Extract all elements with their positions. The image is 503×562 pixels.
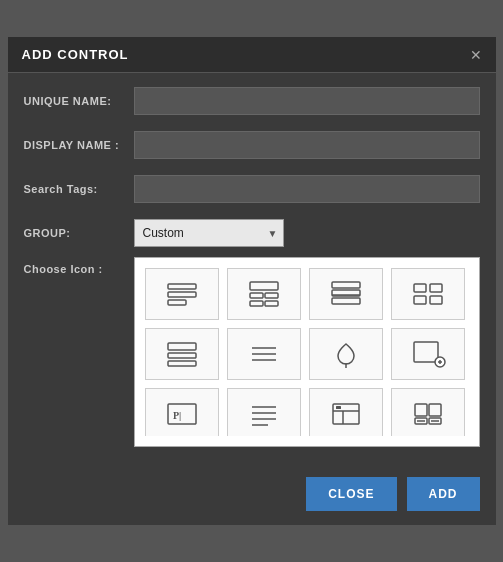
icon-cell-5[interactable] <box>145 328 219 380</box>
icon-cell-1[interactable] <box>145 268 219 320</box>
svg-rect-15 <box>430 296 442 304</box>
display-name-label: DISPLAY NAME : <box>24 139 134 151</box>
svg-rect-3 <box>250 282 278 290</box>
svg-rect-36 <box>336 406 341 409</box>
group-select[interactable]: Custom Default System <box>134 219 284 247</box>
dialog-body: UNIQUE NAME: DISPLAY NAME : Search Tags:… <box>8 73 496 467</box>
svg-rect-16 <box>168 343 196 350</box>
svg-rect-0 <box>168 284 196 289</box>
svg-rect-37 <box>415 404 427 416</box>
icon-grid-container: P| <box>134 257 480 447</box>
svg-rect-14 <box>414 296 426 304</box>
add-control-dialog: ADD CONTROL ✕ UNIQUE NAME: DISPLAY NAME … <box>7 36 497 526</box>
icon-cell-4[interactable] <box>391 268 465 320</box>
svg-rect-6 <box>250 301 263 306</box>
svg-rect-23 <box>414 342 438 362</box>
svg-rect-7 <box>265 301 278 306</box>
svg-rect-8 <box>332 282 360 288</box>
choose-icon-label: Choose Icon : <box>24 257 134 275</box>
svg-text:P|: P| <box>173 410 181 421</box>
unique-name-label: UNIQUE NAME: <box>24 95 134 107</box>
group-label: GROUP: <box>24 227 134 239</box>
display-name-row: DISPLAY NAME : <box>24 131 480 159</box>
svg-rect-2 <box>168 300 186 305</box>
svg-rect-17 <box>168 353 196 358</box>
icon-cell-10[interactable] <box>227 388 301 436</box>
search-tags-input[interactable] <box>134 175 480 203</box>
svg-rect-13 <box>430 284 442 292</box>
svg-rect-10 <box>332 298 360 304</box>
search-tags-row: Search Tags: <box>24 175 480 203</box>
group-select-wrapper: Custom Default System ▼ <box>134 219 284 247</box>
icon-cell-7[interactable] <box>309 328 383 380</box>
svg-rect-5 <box>265 293 278 298</box>
svg-rect-12 <box>414 284 426 292</box>
icon-cell-2[interactable] <box>227 268 301 320</box>
dialog-footer: CLOSE ADD <box>8 467 496 525</box>
display-name-input[interactable] <box>134 131 480 159</box>
dialog-title: ADD CONTROL <box>22 47 129 62</box>
svg-rect-1 <box>168 292 196 297</box>
search-tags-label: Search Tags: <box>24 183 134 195</box>
dialog-header: ADD CONTROL ✕ <box>8 37 496 73</box>
icon-cell-12[interactable] <box>391 388 465 436</box>
svg-rect-18 <box>168 361 196 366</box>
icon-cell-11[interactable] <box>309 388 383 436</box>
close-button[interactable]: CLOSE <box>306 477 396 511</box>
icon-cell-8[interactable] <box>391 328 465 380</box>
svg-rect-38 <box>429 404 441 416</box>
icon-grid: P| <box>145 268 469 436</box>
choose-icon-row: Choose Icon : <box>24 257 480 447</box>
icon-cell-3[interactable] <box>309 268 383 320</box>
unique-name-row: UNIQUE NAME: <box>24 87 480 115</box>
icon-cell-6[interactable] <box>227 328 301 380</box>
svg-rect-4 <box>250 293 263 298</box>
group-row: GROUP: Custom Default System ▼ <box>24 219 480 247</box>
unique-name-input[interactable] <box>134 87 480 115</box>
icon-cell-9[interactable]: P| <box>145 388 219 436</box>
add-button[interactable]: ADD <box>407 477 480 511</box>
dialog-close-x-button[interactable]: ✕ <box>470 48 482 62</box>
